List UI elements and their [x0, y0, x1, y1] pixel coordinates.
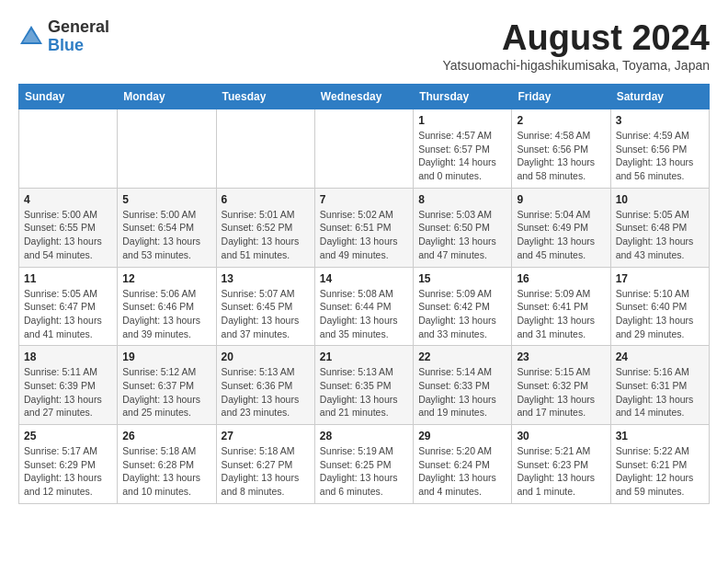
day-info: Sunrise: 5:13 AM Sunset: 6:36 PM Dayligh… [222, 365, 310, 419]
logo-general: General [48, 17, 109, 36]
day-number: 2 [517, 114, 605, 127]
day-info: Sunrise: 5:00 AM Sunset: 6:55 PM Dayligh… [24, 208, 112, 262]
day-number: 28 [320, 430, 408, 442]
day-cell: 24Sunrise: 5:16 AM Sunset: 6:31 PM Dayli… [610, 346, 709, 425]
day-cell: 5Sunrise: 5:00 AM Sunset: 6:54 PM Daylig… [118, 188, 216, 267]
column-header-friday: Friday [512, 85, 610, 109]
week-row-4: 18Sunrise: 5:11 AM Sunset: 6:39 PM Dayli… [19, 346, 710, 425]
week-row-5: 25Sunrise: 5:17 AM Sunset: 6:29 PM Dayli… [19, 425, 710, 504]
day-number: 10 [616, 193, 704, 206]
day-number: 31 [616, 430, 704, 442]
day-cell [216, 109, 314, 189]
day-number: 19 [122, 350, 210, 363]
day-cell: 26Sunrise: 5:18 AM Sunset: 6:28 PM Dayli… [118, 425, 216, 504]
day-number: 16 [517, 272, 605, 285]
day-cell: 31Sunrise: 5:22 AM Sunset: 6:21 PM Dayli… [610, 425, 709, 504]
day-cell: 17Sunrise: 5:10 AM Sunset: 6:40 PM Dayli… [610, 267, 709, 346]
day-info: Sunrise: 5:00 AM Sunset: 6:54 PM Dayligh… [122, 208, 210, 262]
day-cell: 13Sunrise: 5:07 AM Sunset: 6:45 PM Dayli… [216, 267, 314, 346]
day-info: Sunrise: 5:07 AM Sunset: 6:45 PM Dayligh… [222, 287, 310, 341]
day-info: Sunrise: 5:21 AM Sunset: 6:23 PM Dayligh… [517, 444, 605, 499]
day-cell: 19Sunrise: 5:12 AM Sunset: 6:37 PM Dayli… [118, 346, 216, 425]
day-number: 7 [320, 193, 408, 206]
day-cell: 21Sunrise: 5:13 AM Sunset: 6:35 PM Dayli… [314, 346, 413, 425]
day-info: Sunrise: 5:12 AM Sunset: 6:37 PM Dayligh… [122, 365, 210, 419]
column-header-saturday: Saturday [610, 85, 709, 109]
day-cell: 1Sunrise: 4:57 AM Sunset: 6:57 PM Daylig… [414, 109, 512, 189]
day-number: 21 [320, 350, 408, 363]
title-area: August 2024 Yatsuomachi-higashikumisaka,… [442, 18, 710, 80]
column-header-sunday: Sunday [19, 85, 118, 109]
day-number: 13 [222, 272, 310, 285]
day-info: Sunrise: 5:18 AM Sunset: 6:28 PM Dayligh… [122, 444, 210, 499]
day-number: 20 [222, 350, 310, 363]
week-row-2: 4Sunrise: 5:00 AM Sunset: 6:55 PM Daylig… [19, 188, 710, 267]
day-info: Sunrise: 5:04 AM Sunset: 6:49 PM Dayligh… [517, 208, 605, 262]
day-number: 18 [24, 350, 112, 363]
day-cell: 18Sunrise: 5:11 AM Sunset: 6:39 PM Dayli… [19, 346, 118, 425]
day-cell: 23Sunrise: 5:15 AM Sunset: 6:32 PM Dayli… [512, 346, 610, 425]
day-number: 22 [418, 350, 506, 363]
day-info: Sunrise: 5:11 AM Sunset: 6:39 PM Dayligh… [24, 365, 112, 419]
calendar-table: SundayMondayTuesdayWednesdayThursdayFrid… [18, 84, 710, 504]
day-number: 26 [122, 430, 210, 442]
logo-text: General Blue [48, 18, 109, 55]
day-cell [19, 109, 118, 189]
day-number: 23 [517, 350, 605, 363]
day-info: Sunrise: 5:05 AM Sunset: 6:47 PM Dayligh… [24, 287, 112, 341]
week-row-1: 1Sunrise: 4:57 AM Sunset: 6:57 PM Daylig… [19, 109, 710, 189]
logo-area: General Blue [18, 18, 109, 55]
day-cell: 3Sunrise: 4:59 AM Sunset: 6:56 PM Daylig… [610, 109, 709, 189]
day-info: Sunrise: 5:15 AM Sunset: 6:32 PM Dayligh… [517, 365, 605, 419]
day-cell: 22Sunrise: 5:14 AM Sunset: 6:33 PM Dayli… [414, 346, 512, 425]
day-number: 8 [418, 193, 506, 206]
day-cell: 14Sunrise: 5:08 AM Sunset: 6:44 PM Dayli… [314, 267, 413, 346]
day-info: Sunrise: 5:09 AM Sunset: 6:41 PM Dayligh… [517, 287, 605, 341]
column-header-thursday: Thursday [414, 85, 512, 109]
day-info: Sunrise: 5:18 AM Sunset: 6:27 PM Dayligh… [222, 444, 310, 499]
subtitle: Yatsuomachi-higashikumisaka, Toyama, Jap… [442, 58, 710, 73]
column-header-wednesday: Wednesday [314, 85, 413, 109]
day-info: Sunrise: 5:02 AM Sunset: 6:51 PM Dayligh… [320, 208, 408, 262]
day-info: Sunrise: 5:01 AM Sunset: 6:52 PM Dayligh… [222, 208, 310, 262]
week-row-3: 11Sunrise: 5:05 AM Sunset: 6:47 PM Dayli… [19, 267, 710, 346]
day-number: 29 [418, 430, 506, 442]
day-info: Sunrise: 5:14 AM Sunset: 6:33 PM Dayligh… [418, 365, 506, 419]
day-cell [118, 109, 216, 189]
day-cell: 2Sunrise: 4:58 AM Sunset: 6:56 PM Daylig… [512, 109, 610, 189]
day-info: Sunrise: 4:59 AM Sunset: 6:56 PM Dayligh… [616, 129, 704, 183]
day-number: 9 [517, 193, 605, 206]
day-cell [314, 109, 413, 189]
day-info: Sunrise: 5:16 AM Sunset: 6:31 PM Dayligh… [616, 365, 704, 419]
column-header-monday: Monday [118, 85, 216, 109]
day-cell: 6Sunrise: 5:01 AM Sunset: 6:52 PM Daylig… [216, 188, 314, 267]
day-number: 6 [222, 193, 310, 206]
day-number: 12 [122, 272, 210, 285]
day-number: 30 [517, 430, 605, 442]
day-info: Sunrise: 5:03 AM Sunset: 6:50 PM Dayligh… [418, 208, 506, 262]
day-number: 1 [418, 114, 506, 127]
day-info: Sunrise: 5:22 AM Sunset: 6:21 PM Dayligh… [616, 444, 704, 499]
day-number: 24 [616, 350, 704, 363]
day-info: Sunrise: 5:08 AM Sunset: 6:44 PM Dayligh… [320, 287, 408, 341]
day-number: 5 [122, 193, 210, 206]
day-cell: 25Sunrise: 5:17 AM Sunset: 6:29 PM Dayli… [19, 425, 118, 504]
day-number: 27 [222, 430, 310, 442]
day-info: Sunrise: 5:10 AM Sunset: 6:40 PM Dayligh… [616, 287, 704, 341]
day-number: 17 [616, 272, 704, 285]
day-info: Sunrise: 5:20 AM Sunset: 6:24 PM Dayligh… [418, 444, 506, 499]
day-cell: 20Sunrise: 5:13 AM Sunset: 6:36 PM Dayli… [216, 346, 314, 425]
day-cell: 27Sunrise: 5:18 AM Sunset: 6:27 PM Dayli… [216, 425, 314, 504]
day-cell: 29Sunrise: 5:20 AM Sunset: 6:24 PM Dayli… [414, 425, 512, 504]
page-container: General Blue August 2024 Yatsuomachi-hig… [18, 18, 710, 504]
day-cell: 11Sunrise: 5:05 AM Sunset: 6:47 PM Dayli… [19, 267, 118, 346]
header-row: SundayMondayTuesdayWednesdayThursdayFrid… [19, 85, 710, 109]
day-cell: 9Sunrise: 5:04 AM Sunset: 6:49 PM Daylig… [512, 188, 610, 267]
logo-blue: Blue [48, 36, 84, 54]
day-info: Sunrise: 4:57 AM Sunset: 6:57 PM Dayligh… [418, 129, 506, 183]
column-header-tuesday: Tuesday [216, 85, 314, 109]
day-cell: 30Sunrise: 5:21 AM Sunset: 6:23 PM Dayli… [512, 425, 610, 504]
day-cell: 8Sunrise: 5:03 AM Sunset: 6:50 PM Daylig… [414, 188, 512, 267]
day-info: Sunrise: 5:17 AM Sunset: 6:29 PM Dayligh… [24, 444, 112, 499]
day-cell: 7Sunrise: 5:02 AM Sunset: 6:51 PM Daylig… [314, 188, 413, 267]
